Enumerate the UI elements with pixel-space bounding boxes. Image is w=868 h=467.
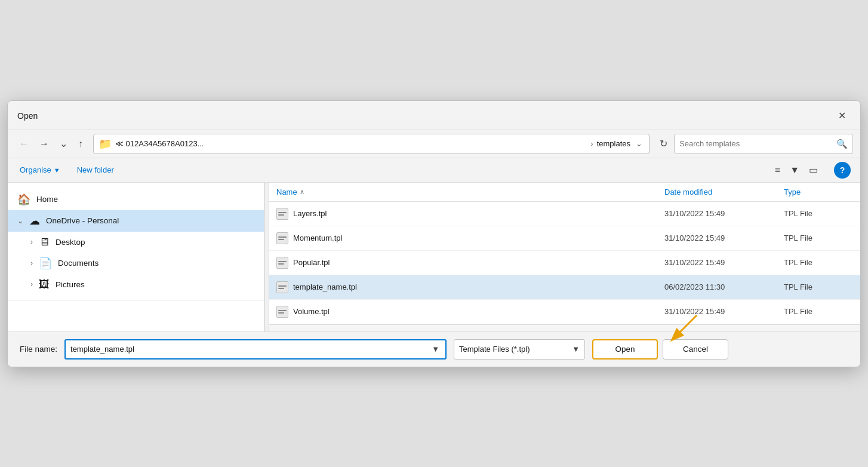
- col-name-label: Name: [276, 188, 297, 196]
- search-icon: 🔍: [836, 139, 848, 149]
- file-cell-type: TPL File: [777, 228, 860, 248]
- organise-button[interactable]: Organise ▼: [17, 164, 63, 176]
- tpl-file-icon: [276, 232, 288, 244]
- col-date-label: Date modified: [664, 188, 712, 196]
- search-input[interactable]: [679, 139, 833, 148]
- breadcrumb-separator: ›: [590, 139, 593, 148]
- onedrive-icon: ☁: [29, 214, 40, 228]
- table-row[interactable]: Momentum.tpl 31/10/2022 15:49 TPL File: [269, 226, 860, 251]
- refresh-button[interactable]: ↻: [655, 135, 672, 152]
- home-icon: 🏠: [17, 193, 30, 206]
- expand-arrow-icon: ›: [30, 280, 33, 288]
- sidebar: 🏠 Home ⌄ ☁ OneDrive - Personal › 🖥 Deskt…: [8, 183, 264, 331]
- horizontal-scrollbar[interactable]: [269, 324, 860, 331]
- tpl-file-icon: [276, 281, 288, 293]
- new-folder-button[interactable]: New folder: [75, 164, 116, 176]
- file-cell-name: Momentum.tpl: [269, 226, 657, 250]
- back-button[interactable]: ←: [15, 136, 33, 152]
- file-name: Layers.tpl: [293, 209, 327, 218]
- sidebar-item-label: Pictures: [56, 280, 85, 289]
- table-row[interactable]: template_name.tpl 06/02/2023 11:30 TPL F…: [269, 275, 860, 300]
- table-row[interactable]: Volume.tpl 31/10/2022 15:49 TPL File: [269, 300, 860, 324]
- pictures-icon: 🖼: [39, 278, 50, 291]
- bottom-bar: File name: ▼ Template Files (*.tpl) ▼ Op…: [8, 331, 860, 367]
- expand-arrow-icon: ›: [30, 259, 33, 268]
- folder-icon: 📁: [99, 137, 112, 150]
- file-name: Volume.tpl: [293, 307, 330, 316]
- title-bar: Open ✕: [8, 101, 860, 130]
- open-dialog: Open ✕ ← → ⌄ ↑ 📁 ≪ 012A34A5678A0123... ›…: [7, 100, 861, 367]
- breadcrumb-current: templates: [597, 139, 630, 148]
- table-row[interactable]: Popular.tpl 31/10/2022 15:49 TPL File: [269, 251, 860, 275]
- sidebar-item-documents[interactable]: › 📄 Documents: [8, 253, 264, 274]
- breadcrumb: 📁 ≪ 012A34A5678A0123... › templates ⌄: [93, 134, 650, 154]
- breadcrumb-path: ≪ 012A34A5678A0123...: [115, 139, 587, 148]
- file-cell-type: TPL File: [777, 276, 860, 297]
- forward-button[interactable]: →: [35, 136, 53, 152]
- search-box: 🔍: [674, 134, 853, 154]
- file-name: Momentum.tpl: [293, 234, 342, 242]
- nav-bar: ← → ⌄ ↑ 📁 ≪ 012A34A5678A0123... › templa…: [8, 130, 860, 158]
- expand-arrow-icon: ⌄: [17, 217, 23, 225]
- breadcrumb-dropdown-button[interactable]: ⌄: [634, 139, 644, 148]
- file-cell-type: TPL File: [777, 203, 860, 224]
- view-dropdown-button[interactable]: ▼: [786, 162, 804, 178]
- up-button[interactable]: ↑: [74, 136, 87, 152]
- main-area: 🏠 Home ⌄ ☁ OneDrive - Personal › 🖥 Deskt…: [8, 183, 860, 331]
- file-cell-date: 31/10/2022 15:49: [657, 301, 777, 322]
- tpl-file-icon: [276, 257, 288, 269]
- col-header-date[interactable]: Date modified: [657, 183, 777, 201]
- filename-label: File name:: [20, 345, 57, 354]
- filetype-text: Template Files (*.tpl): [459, 345, 572, 354]
- file-cell-type: TPL File: [777, 252, 860, 273]
- file-list: Layers.tpl 31/10/2022 15:49 TPL File: [269, 202, 860, 324]
- file-cell-date: 31/10/2022 15:49: [657, 252, 777, 273]
- file-cell-date: 06/02/2023 11:30: [657, 276, 777, 297]
- sidebar-item-label: Home: [36, 195, 58, 204]
- open-button[interactable]: Open: [592, 339, 658, 360]
- file-cell-date: 31/10/2022 15:49: [657, 203, 777, 224]
- action-bar: Organise ▼ New folder ≡ ▼ ▭ ?: [8, 158, 860, 183]
- sidebar-separator: [8, 300, 264, 300]
- file-cell-name: template_name.tpl: [269, 275, 657, 299]
- file-cell-name: Layers.tpl: [269, 202, 657, 226]
- col-header-type[interactable]: Type: [777, 183, 860, 201]
- sidebar-item-onedrive[interactable]: ⌄ ☁ OneDrive - Personal: [8, 210, 264, 232]
- sidebar-item-label: Desktop: [56, 238, 85, 247]
- col-header-name[interactable]: Name ∧: [269, 183, 657, 201]
- dialog-title: Open: [17, 111, 38, 121]
- view-buttons: ≡ ▼ ▭: [771, 162, 822, 178]
- sidebar-item-label: Documents: [58, 259, 99, 268]
- sidebar-item-desktop[interactable]: › 🖥 Desktop: [8, 232, 264, 253]
- organise-label: Organise: [20, 165, 51, 174]
- sidebar-item-home[interactable]: 🏠 Home: [8, 189, 264, 210]
- view-panel-button[interactable]: ▭: [805, 162, 822, 178]
- action-buttons: Open Cancel: [592, 339, 728, 360]
- col-type-label: Type: [784, 188, 801, 196]
- sidebar-resize-handle[interactable]: [264, 183, 269, 331]
- file-cell-name: Popular.tpl: [269, 251, 657, 275]
- cancel-button[interactable]: Cancel: [663, 339, 728, 360]
- file-name: Popular.tpl: [293, 258, 330, 267]
- documents-icon: 📄: [39, 257, 52, 270]
- open-button-wrap: Open: [592, 339, 658, 360]
- table-row[interactable]: Layers.tpl 31/10/2022 15:49 TPL File: [269, 202, 860, 226]
- filename-input-wrap: ▼: [64, 339, 447, 360]
- file-area: Name ∧ Date modified Type: [269, 183, 860, 331]
- file-cell-name: Volume.tpl: [269, 300, 657, 324]
- filename-dropdown-button[interactable]: ▼: [430, 345, 441, 354]
- sidebar-item-pictures[interactable]: › 🖼 Pictures: [8, 274, 264, 295]
- filename-input[interactable]: [70, 345, 430, 354]
- help-button[interactable]: ?: [834, 162, 851, 179]
- filetype-select[interactable]: Template Files (*.tpl) ▼: [454, 339, 585, 360]
- filetype-dropdown-icon: ▼: [572, 345, 580, 354]
- file-header: Name ∧ Date modified Type: [269, 183, 860, 202]
- tpl-file-icon: [276, 208, 288, 220]
- recent-locations-button[interactable]: ⌄: [56, 135, 72, 152]
- sidebar-item-label: OneDrive - Personal: [46, 216, 119, 225]
- file-name: template_name.tpl: [293, 282, 357, 291]
- expand-arrow-icon: ›: [30, 238, 33, 246]
- close-button[interactable]: ✕: [833, 107, 851, 125]
- view-menu-button[interactable]: ≡: [771, 162, 784, 178]
- file-cell-date: 31/10/2022 15:49: [657, 228, 777, 248]
